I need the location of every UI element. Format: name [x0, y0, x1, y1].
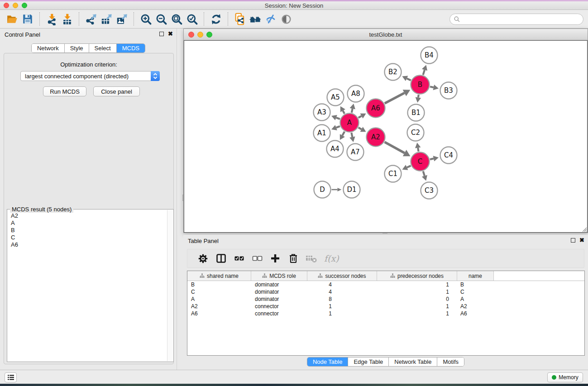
show-graphics-button[interactable] — [278, 12, 294, 26]
function-builder-button[interactable]: f(x) — [324, 253, 339, 263]
graph-edge-C-C1[interactable] — [402, 165, 411, 170]
delete-table-button[interactable] — [302, 251, 320, 266]
table-tab-node-table[interactable]: Node Table — [307, 357, 348, 366]
column-header-MCDS-role[interactable]: MCDS role — [251, 271, 307, 281]
column-header-name[interactable]: name — [457, 271, 494, 281]
graph-node-A4[interactable]: A4 — [327, 141, 344, 157]
tab-network[interactable]: Network — [32, 44, 64, 52]
split-column-button[interactable] — [212, 251, 230, 266]
save-session-button[interactable] — [20, 12, 35, 26]
table-row[interactable]: Bdominator41B — [187, 281, 584, 288]
close-panel-icon[interactable]: ✖ — [168, 32, 173, 36]
network-window-titlebar[interactable]: testGlobe.txt — [184, 29, 588, 40]
graph-node-B[interactable]: B — [411, 76, 430, 94]
table-tab-motifs[interactable]: Motifs — [437, 357, 464, 366]
table-row[interactable]: Cdominator41C — [187, 288, 584, 295]
zoom-in-button[interactable] — [138, 12, 153, 26]
graph-node-A5[interactable]: A5 — [327, 89, 344, 106]
graph-edge-A-A6[interactable] — [359, 114, 366, 119]
graph-edge-B-B4[interactable] — [422, 65, 427, 75]
graph-edge-A-A5[interactable] — [340, 106, 345, 114]
tab-style[interactable]: Style — [64, 44, 89, 52]
column-header-shared-name[interactable]: shared name — [187, 271, 251, 281]
float-panel-icon[interactable] — [159, 32, 164, 36]
graph-node-B2[interactable]: B2 — [385, 64, 402, 81]
copy-network-button[interactable] — [232, 12, 248, 26]
network-canvas[interactable]: B4B2BB3A8A5A6A3B1AA1C2A2A4A7C4CC1C3DD1 — [184, 40, 588, 233]
table-row[interactable]: A2connector11A2 — [187, 303, 584, 310]
settings-button[interactable] — [194, 251, 212, 266]
graph-node-A7[interactable]: A7 — [347, 144, 364, 161]
graph-node-C1[interactable]: C1 — [385, 166, 402, 182]
column-header-successor-nodes[interactable]: successor nodes — [307, 271, 377, 281]
graph-edge-C-C2[interactable] — [415, 143, 421, 152]
export-table-button[interactable] — [99, 12, 114, 26]
graph-node-D1[interactable]: D1 — [344, 181, 360, 198]
graph-edge-C-C3[interactable] — [422, 171, 427, 181]
graph-node-B3[interactable]: B3 — [440, 82, 457, 99]
graph-node-D[interactable]: D — [314, 181, 331, 198]
export-network-button[interactable] — [83, 12, 99, 26]
delete-row-button[interactable] — [284, 251, 302, 266]
graph-edge-B-B3[interactable] — [430, 85, 439, 90]
graph-edge-A6-B[interactable] — [385, 90, 410, 103]
import-table-button[interactable] — [59, 12, 75, 26]
tab-select[interactable]: Select — [89, 44, 116, 52]
search-field[interactable] — [449, 14, 583, 25]
select-all-button[interactable] — [230, 251, 248, 266]
import-network-button[interactable] — [44, 12, 59, 26]
memory-button[interactable]: Memory — [547, 372, 583, 382]
graph-node-A[interactable]: A — [340, 114, 359, 132]
run-mcds-button[interactable]: Run MCDS — [43, 86, 86, 96]
task-history-button[interactable] — [5, 372, 17, 382]
table-tab-edge-table[interactable]: Edge Table — [348, 357, 388, 366]
graph-edge-A-A1[interactable] — [331, 125, 340, 130]
graph-edge-B-B1[interactable] — [416, 95, 421, 102]
graph-node-A6[interactable]: A6 — [367, 99, 385, 118]
open-file-button[interactable] — [5, 12, 20, 26]
graph-node-C2[interactable]: C2 — [407, 124, 424, 141]
result-item[interactable]: A6 — [7, 241, 167, 248]
graph-edge-D-D1[interactable] — [332, 188, 342, 191]
graph-node-B1[interactable]: B1 — [408, 105, 425, 121]
graph-node-A1[interactable]: A1 — [314, 125, 330, 142]
close-table-panel-icon[interactable]: ✖ — [579, 238, 584, 243]
tab-mcds[interactable]: MCDS — [116, 44, 145, 52]
resize-grip-icon[interactable] — [581, 226, 587, 232]
graph-node-B4[interactable]: B4 — [421, 47, 438, 64]
refresh-button[interactable] — [208, 12, 224, 26]
graph-edge-C-C4[interactable] — [430, 156, 439, 161]
search-input[interactable] — [463, 16, 579, 22]
graph-node-A2[interactable]: A2 — [367, 128, 385, 147]
export-image-button[interactable] — [114, 12, 129, 26]
result-item[interactable]: A2 — [7, 212, 167, 219]
zoom-fit-button[interactable] — [169, 12, 184, 26]
deselect-all-button[interactable] — [248, 251, 266, 266]
graph-node-C4[interactable]: C4 — [440, 147, 457, 164]
home-button[interactable] — [248, 12, 263, 26]
result-item[interactable]: C — [7, 234, 167, 241]
graph-node-A3[interactable]: A3 — [314, 104, 330, 121]
graph-edge-A2-C[interactable] — [385, 142, 411, 156]
table-row[interactable]: A6connector11A6 — [187, 310, 584, 317]
criterion-dropdown[interactable]: largest connected component (directed) — [20, 71, 160, 81]
result-scrollbar[interactable] — [167, 210, 173, 361]
add-row-button[interactable] — [266, 251, 284, 266]
zoom-selected-button[interactable] — [184, 12, 200, 26]
graph-edge-A-A3[interactable] — [331, 115, 340, 120]
graph-edge-A-A8[interactable] — [350, 104, 355, 113]
graph-node-A8[interactable]: A8 — [348, 86, 364, 102]
graph-edge-B-B2[interactable] — [402, 76, 411, 81]
hide-selected-button[interactable] — [263, 12, 278, 26]
graph-edge-A-A2[interactable] — [359, 127, 366, 132]
graph-edge-A-A4[interactable] — [340, 132, 345, 140]
result-item[interactable]: A — [7, 219, 167, 227]
close-panel-button[interactable]: Close panel — [93, 86, 140, 96]
graph-edge-A-A7[interactable] — [349, 133, 355, 142]
graph-node-C3[interactable]: C3 — [421, 182, 438, 199]
float-table-panel-icon[interactable] — [571, 238, 575, 243]
zoom-out-button[interactable] — [153, 12, 169, 26]
column-header-predecessor-nodes[interactable]: predecessor nodes — [377, 271, 457, 281]
table-tab-network-table[interactable]: Network Table — [388, 357, 437, 366]
graph-node-C[interactable]: C — [411, 152, 430, 171]
